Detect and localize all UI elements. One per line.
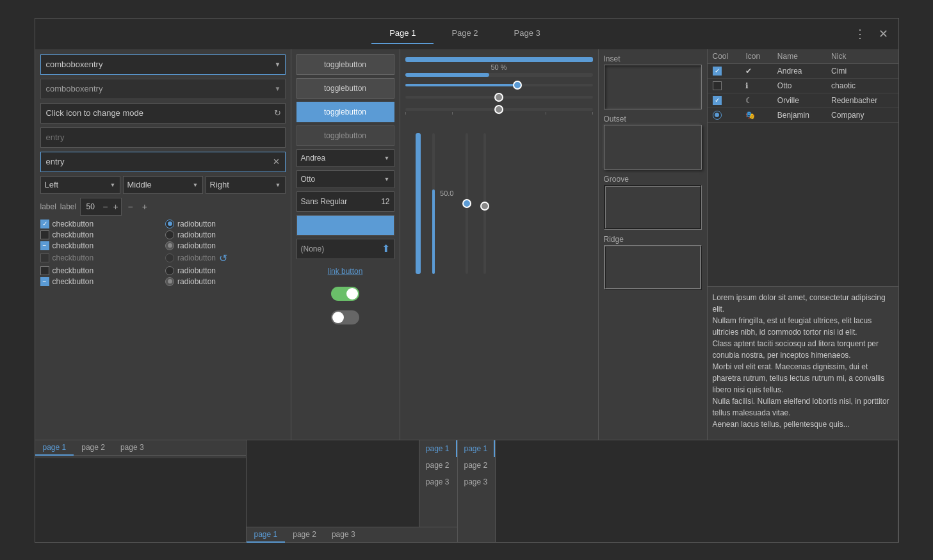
checkbox-3-box[interactable]: −: [40, 241, 49, 250]
hslider1-row: [405, 57, 593, 62]
bottom-vtab-bar2: page 1 page 2 page 3: [419, 440, 457, 527]
checkbox-2-box[interactable]: [40, 230, 49, 239]
row1-name: Andrea: [772, 63, 826, 78]
hslider4-row: [405, 91, 593, 101]
checkbox-5[interactable]: checkbutton: [40, 266, 161, 275]
combo1[interactable]: comboboxentry ▼: [40, 54, 286, 75]
vslider1-track[interactable]: [416, 133, 421, 274]
combo1-input[interactable]: comboboxentry: [41, 60, 271, 69]
radio-1-circle[interactable]: [165, 220, 174, 228]
checkbox-1[interactable]: ✓ checkbutton: [40, 220, 161, 228]
vslider3-track[interactable]: [466, 133, 468, 274]
bottom-vtab2-p3[interactable]: page 3: [419, 474, 457, 490]
radio-1[interactable]: radiobutton: [165, 220, 286, 228]
toggle-switch-off[interactable]: [331, 310, 359, 324]
entry-value-row: entry ✕: [40, 152, 286, 172]
combo-andrea[interactable]: Andrea ▼: [296, 149, 394, 167]
bottom-htab2-p2[interactable]: page 2: [285, 527, 324, 543]
vslider4-track[interactable]: [483, 133, 486, 274]
entry-mode-input[interactable]: Click icon to change mode: [41, 108, 270, 118]
refresh-icon[interactable]: ↻: [270, 108, 285, 118]
radio-6-circle[interactable]: [165, 277, 174, 286]
hslider4-track[interactable]: [405, 96, 593, 99]
align-middle-combo[interactable]: Middle ▼: [123, 176, 203, 194]
vslider2-track[interactable]: 50.0: [432, 133, 435, 274]
hslider3-row: [405, 79, 593, 89]
toggle-btn-1[interactable]: togglebutton: [296, 54, 394, 75]
combo-otto[interactable]: Otto ▼: [296, 170, 394, 188]
toggle-btn-2[interactable]: togglebutton: [296, 78, 394, 99]
bottom-tab1-p1[interactable]: page 1: [35, 440, 74, 456]
bottom-vtab2-p2[interactable]: page 2: [419, 457, 457, 474]
checkbox-1-box[interactable]: ✓: [40, 220, 49, 228]
toggle-switch-on[interactable]: [331, 287, 359, 301]
bottom-tab1-p3[interactable]: page 3: [113, 440, 152, 456]
file-combo[interactable]: (None) ⬆: [296, 239, 394, 259]
radio-2-circle[interactable]: [165, 230, 174, 239]
radio-4: radiobutton ↺: [165, 252, 286, 264]
entry-placeholder-input[interactable]: [41, 132, 285, 142]
radio-6[interactable]: radiobutton: [165, 277, 286, 286]
row4-radio[interactable]: [713, 111, 722, 120]
clear-icon[interactable]: ✕: [268, 157, 285, 166]
checkbox-6[interactable]: − checkbutton: [40, 277, 161, 286]
hslider3-track[interactable]: [405, 84, 593, 86]
radio-5-circle[interactable]: [165, 266, 174, 275]
row2-cool: [708, 78, 741, 93]
main-content: comboboxentry ▼ comboboxentry ▼ Click ic…: [35, 49, 898, 440]
bottom-vtab2-p1[interactable]: page 1: [419, 440, 457, 457]
link-btn-row: link button: [296, 262, 394, 280]
checkbox-3-label: checkbutton: [53, 241, 94, 250]
spinbox1[interactable]: 50 − +: [80, 198, 121, 216]
hslider2-track[interactable]: [405, 73, 593, 77]
hslider1-track[interactable]: [405, 57, 593, 62]
bottom-vtab3-p3[interactable]: page 3: [458, 474, 496, 490]
tab-page1[interactable]: Page 1: [371, 23, 434, 44]
inset-label: Inset: [604, 54, 702, 63]
bottom-vtab3-p1[interactable]: page 1: [458, 440, 496, 457]
menu-button[interactable]: ⋮: [850, 26, 870, 42]
row3-checkbox[interactable]: ✓: [713, 96, 722, 105]
checkbox-2[interactable]: checkbutton: [40, 230, 161, 239]
spin-decrement[interactable]: −: [100, 202, 110, 212]
align-left-combo[interactable]: Left ▼: [40, 176, 120, 194]
radio-3-circle[interactable]: [165, 241, 174, 250]
radio-3[interactable]: radiobutton: [165, 241, 286, 250]
toggle-btn-3[interactable]: togglebutton: [296, 102, 394, 122]
combo2-input[interactable]: comboboxentry: [41, 84, 271, 93]
checkbox-5-box[interactable]: [40, 266, 49, 275]
combo2-arrow-icon: ▼: [271, 85, 285, 92]
entry-value-input[interactable]: entry: [41, 157, 268, 166]
row2-checkbox[interactable]: [713, 81, 722, 90]
vslider2-fill: [432, 189, 435, 274]
bottom-htab2-p1[interactable]: page 1: [247, 527, 286, 543]
row3-check-mark: ✓: [715, 97, 720, 104]
align-right-combo[interactable]: Right ▼: [206, 176, 286, 194]
color-swatch[interactable]: [296, 215, 394, 236]
right-area: Cool Icon Name Nick ✓ ✔ Andrea: [708, 49, 898, 440]
hslider1-label: 50 %: [405, 63, 593, 71]
link-button[interactable]: link button: [328, 267, 363, 276]
close-button[interactable]: ✕: [875, 26, 892, 42]
checkbox-3[interactable]: − checkbutton: [40, 241, 161, 250]
hslider5-thumb: [494, 105, 503, 114]
hslider5-track[interactable]: [405, 108, 593, 111]
tab-page3[interactable]: Page 3: [496, 23, 558, 44]
spin2-decrement[interactable]: −: [126, 202, 136, 212]
bottom-tab1-p2[interactable]: page 2: [74, 440, 113, 456]
bottom-vtab3-p2[interactable]: page 2: [458, 457, 496, 474]
table-row: ✓ ☾ Orville Redenbacher: [708, 93, 898, 108]
checkbox-6-box[interactable]: −: [40, 277, 49, 286]
row1-checkbox[interactable]: ✓: [713, 67, 722, 76]
toggle-btn-4[interactable]: togglebutton: [296, 125, 394, 146]
tab-page2[interactable]: Page 2: [434, 23, 496, 44]
groove-label: Groove: [604, 175, 702, 184]
radio-2[interactable]: radiobutton: [165, 230, 286, 239]
spin-increment[interactable]: +: [110, 202, 120, 212]
bottom-htab2-p3[interactable]: page 3: [324, 527, 363, 543]
combo2[interactable]: comboboxentry ▼: [40, 79, 286, 99]
radio-5[interactable]: radiobutton: [165, 266, 286, 275]
upload-icon[interactable]: ⬆: [382, 243, 390, 255]
spin2-increment[interactable]: +: [140, 202, 150, 212]
row1-cool: ✓: [708, 63, 741, 78]
